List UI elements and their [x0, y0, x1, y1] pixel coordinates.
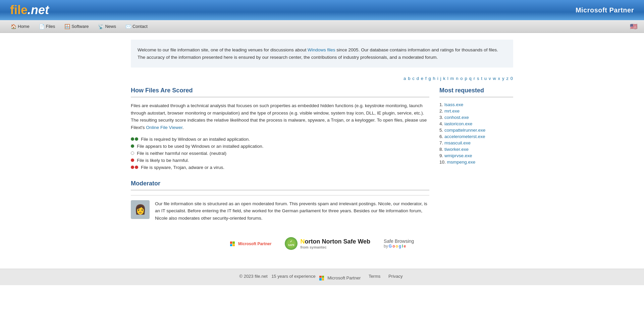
intro-text: Welcome to our file information site, on… [138, 46, 506, 61]
score-item-empty-text: File is neither harmful nor essential. (… [137, 151, 226, 156]
alphabet-link-w[interactable]: w [493, 76, 496, 81]
logo[interactable]: file.net [10, 3, 49, 17]
right-column: Most requested 1. lsass.exe2. mrt.exe3. … [439, 87, 513, 222]
footer-copyright: © 2023 file.net [239, 274, 267, 279]
norton-brand: Norton Norton Safe Web [300, 238, 370, 245]
nav-news[interactable]: 📡 News [94, 23, 120, 31]
most-requested-link-conhost.exe[interactable]: conhost.exe [444, 115, 469, 120]
most-requested-link-tiworker.exe[interactable]: tiworker.exe [444, 147, 469, 152]
software-icon: 🪟 [64, 24, 70, 29]
footer-ms-squares [319, 276, 324, 280]
online-file-viewer-link[interactable]: Online File Viewer [146, 125, 182, 130]
footer-ms-sq-blue [319, 278, 322, 280]
news-icon: 📡 [98, 24, 104, 29]
left-column: How Files Are Scored Files are evaluated… [131, 87, 429, 222]
how-scored-desc: Files are evaluated through a technical … [131, 102, 429, 131]
dot-green-dark-1 [131, 137, 134, 141]
safe-browse-label: Safe Browsing [384, 238, 414, 244]
most-requested-link-wmiprvse.exe[interactable]: wmiprvse.exe [444, 153, 472, 158]
most-requested-link-msascuil.exe[interactable]: msascuil.exe [444, 140, 471, 145]
dot-red-3 [135, 166, 138, 169]
most-requested-link-accelerometerst.exe[interactable]: accelerometerst.exe [444, 134, 485, 139]
alphabet-link-d[interactable]: d [417, 76, 419, 81]
alphabet-link-c[interactable]: c [412, 76, 415, 81]
nav-contact[interactable]: ✉️ Contact [121, 23, 152, 31]
footer-ms-sq-red [319, 276, 322, 278]
alphabet-link-n[interactable]: n [456, 76, 458, 81]
most-requested-link-mrt.exe[interactable]: mrt.exe [444, 108, 460, 114]
two-col-layout: How Files Are Scored Files are evaluated… [131, 87, 513, 222]
safe-browse-badge: Safe Browsing by Google [384, 238, 414, 249]
nav-software[interactable]: 🪟 Software [60, 23, 93, 31]
alphabet-link-v[interactable]: v [489, 76, 491, 81]
alphabet-link-h[interactable]: h [433, 76, 435, 81]
score-item-double-green: File is required by Windows or an instal… [131, 137, 429, 142]
alphabet-link-x[interactable]: x [498, 76, 500, 81]
alphabet-link-t[interactable]: t [481, 76, 482, 81]
footer-terms-link[interactable]: Terms [369, 274, 380, 279]
alphabet-link-e[interactable]: e [421, 76, 423, 81]
most-requested-item-8: 8. tiworker.exe [439, 147, 513, 152]
windows-files-link[interactable]: Windows files [308, 47, 335, 52]
most-requested-item-7: 7. msascuil.exe [439, 140, 513, 145]
alphabet-link-g[interactable]: g [428, 76, 431, 81]
most-requested-link-iastoricon.exe[interactable]: iastoricon.exe [444, 121, 472, 126]
footer-ms-sq-green [322, 276, 324, 278]
alphabet-link-k[interactable]: k [443, 76, 445, 81]
double-green-dots [131, 137, 138, 141]
ms-partner-header: Microsoft Partner [576, 6, 634, 14]
most-requested-link-msmpeng.exe[interactable]: msmpeng.exe [447, 160, 476, 165]
most-requested-link-lsass.exe[interactable]: lsass.exe [444, 102, 463, 107]
files-icon: 📄 [39, 24, 45, 29]
most-requested-link-compattelrunner.exe[interactable]: compattelrunner.exe [444, 128, 485, 133]
empty-dots [131, 151, 134, 155]
alphabet-link-z[interactable]: z [506, 76, 508, 81]
safe-browse-by: by Google [384, 244, 414, 249]
intro-text-before: Welcome to our file information site, on… [138, 47, 308, 52]
alphabet-link-i[interactable]: i [437, 76, 438, 81]
ms-sq-blue [230, 244, 232, 247]
logo-net: net [31, 3, 49, 17]
alphabet-link-b[interactable]: b [408, 76, 410, 81]
flag-icon: 🇺🇸 [630, 23, 637, 30]
footer-privacy-link[interactable]: Privacy [388, 274, 403, 279]
alphabet-link-y[interactable]: y [502, 76, 504, 81]
score-list: File is required by Windows or an instal… [131, 137, 429, 170]
alphabet-link-j[interactable]: j [440, 76, 441, 81]
badges-section: Microsoft Partner ✓SAFE Norton Norton Sa… [131, 232, 513, 255]
footer: © 2023 file.net 15 years of experience M… [0, 269, 644, 285]
dot-green-dark-3 [131, 144, 134, 148]
alphabet-link-f[interactable]: f [425, 76, 427, 81]
alphabet-link-q[interactable]: q [469, 76, 472, 81]
main-content: Welcome to our file information site, on… [121, 33, 523, 269]
most-requested-item-6: 6. accelerometerst.exe [439, 134, 513, 139]
nav-home[interactable]: 🏠 Home [7, 23, 34, 31]
alphabet-link-a[interactable]: a [404, 76, 406, 81]
alphabet-link-m[interactable]: m [450, 76, 454, 81]
footer-ms-partner: Microsoft Partner [319, 275, 363, 280]
dot-empty-1 [131, 151, 134, 155]
score-item-double-green-text: File is required by Windows or an instal… [141, 137, 250, 142]
alphabet-link-s[interactable]: s [477, 76, 479, 81]
footer-ms-partner-link[interactable]: Microsoft Partner [327, 275, 361, 280]
dot-green-dark-2 [135, 137, 138, 141]
alphabet-link-r[interactable]: r [474, 76, 475, 81]
logo-dot: . [28, 3, 31, 17]
norton-safe-web: Norton Safe Web [322, 238, 370, 245]
moderator-inner: 👩 Our file information site is structure… [131, 195, 429, 222]
score-item-single-green-text: File appears to be used by Windows or an… [137, 144, 263, 149]
alphabet-link-o[interactable]: o [460, 76, 463, 81]
norton-badge: ✓SAFE Norton Norton Safe Web from symant… [285, 237, 370, 250]
nav-files[interactable]: 📄 Files [35, 23, 59, 31]
alphabet-link-0[interactable]: 0 [511, 76, 513, 81]
nav: 🏠 Home 📄 Files 🪟 Software 📡 News ✉️ Cont… [0, 20, 644, 33]
most-requested-item-2: 2. mrt.exe [439, 108, 513, 114]
nav-news-label: News [105, 24, 116, 29]
single-green-dots [131, 144, 134, 148]
alphabet-link-p[interactable]: p [465, 76, 467, 81]
alphabet-link-l[interactable]: l [447, 76, 448, 81]
most-requested-title: Most requested [439, 87, 513, 97]
most-requested-item-9: 9. wmiprvse.exe [439, 153, 513, 158]
alphabet-link-u[interactable]: u [484, 76, 487, 81]
score-item-double-red-text: File is spyware, Trojan, adware or a vir… [141, 165, 224, 170]
